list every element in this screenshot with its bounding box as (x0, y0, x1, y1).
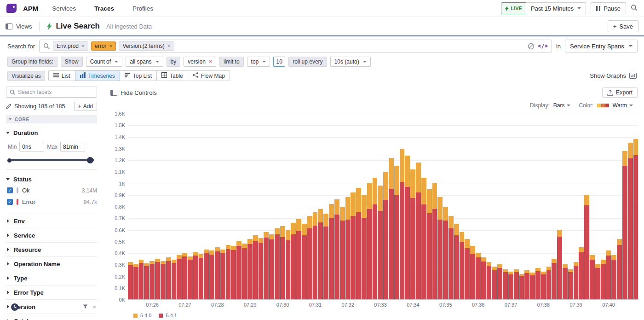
bar-54 (421, 114, 426, 299)
show-graphs-toggle[interactable]: Show Graphs (590, 72, 637, 79)
display-select[interactable]: Bars (553, 102, 571, 109)
span-scope-select[interactable]: Service Entry Spans (565, 40, 638, 52)
status-item-label: Error (22, 198, 35, 205)
duration-max-input[interactable] (60, 142, 85, 151)
bar-segment-5-4-1 (367, 209, 372, 299)
datadog-logo-icon[interactable] (6, 4, 17, 13)
visualize-option-flow-map[interactable]: Flow Map (188, 70, 230, 81)
checkbox-ok[interactable]: ✓ (7, 187, 13, 193)
slider-handle-max[interactable] (87, 157, 93, 163)
bar-segment-5-4-0 (481, 257, 486, 262)
duration-range-slider[interactable] (8, 157, 95, 163)
add-facet-button[interactable]: + Add (74, 102, 97, 111)
nav-item-services[interactable]: Services (52, 5, 76, 12)
visualize-option-timeseries[interactable]: Timeseries (75, 70, 120, 81)
facet-error-type[interactable]: Error Type (6, 285, 97, 300)
facet-search-input[interactable] (18, 89, 93, 95)
top-bottom-select[interactable]: top (247, 57, 270, 67)
live-badge[interactable]: LIVE (501, 2, 526, 14)
hide-controls-button[interactable]: Hide Controls (110, 89, 157, 96)
chip-remove-icon[interactable]: × (167, 43, 171, 49)
bar-segment-5-4-1 (601, 264, 606, 299)
time-range-select[interactable]: Past 15 Minutes (526, 2, 586, 14)
limit-count-input[interactable] (273, 57, 285, 67)
duration-min-input[interactable] (19, 142, 44, 151)
remove-facet-filter-icon[interactable]: × (92, 303, 96, 310)
bar-segment-5-4-0 (487, 262, 492, 266)
slider-handle-min[interactable] (7, 158, 12, 163)
nav-item-profiles[interactable]: Profiles (132, 5, 153, 12)
search-chip-version-2-terms-[interactable]: Version:(2 terms)× (119, 41, 174, 51)
bar-71 (514, 114, 519, 299)
bar-segment-5-4-0 (595, 264, 600, 268)
group-row: Group into fields: Show Count of all spa… (7, 57, 638, 67)
views-link[interactable]: Views (16, 23, 32, 30)
bar-segment-5-4-0 (470, 246, 475, 254)
plot-area[interactable] (128, 114, 638, 300)
facet-service[interactable]: Service (6, 228, 97, 243)
group-by-chip[interactable]: version × (184, 57, 216, 67)
color-select[interactable]: Warm (597, 102, 633, 109)
facet-version[interactable]: Version× (6, 300, 97, 314)
bar-segment-5-4-1 (139, 263, 144, 299)
bar-48 (389, 114, 394, 299)
facet-env[interactable]: Env (6, 214, 97, 228)
save-button[interactable]: + Save (608, 20, 638, 32)
checkbox-error[interactable]: ✓ (7, 199, 13, 205)
bar-77 (546, 114, 552, 299)
export-button[interactable]: Export (602, 87, 638, 98)
clear-query-icon[interactable] (528, 43, 535, 50)
facet-type[interactable]: Type (6, 271, 97, 285)
duration-facet-header[interactable]: Duration (6, 128, 97, 138)
search-chip-env-prod[interactable]: Env:prod× (53, 41, 88, 51)
bar-43 (362, 114, 367, 299)
visualize-option-table[interactable]: Table (156, 70, 188, 81)
bar-segment-5-4-1 (313, 226, 318, 299)
facet-catalog-app[interactable]: Catalog_app (6, 314, 97, 320)
visualize-option-top-list[interactable]: Top List (120, 70, 157, 81)
views-panel-icon[interactable] (6, 23, 12, 29)
legend-item-5-4-0[interactable]: 5.4.0 (133, 313, 151, 318)
search-chip-error[interactable]: error× (91, 41, 116, 51)
span-kind-select[interactable]: all spans (126, 57, 163, 67)
core-section-header[interactable]: CORE (6, 115, 97, 123)
filter-funnel-icon[interactable] (83, 303, 88, 310)
visualize-option-label: List (62, 73, 70, 79)
chip-remove-icon[interactable]: × (81, 43, 85, 49)
code-mode-icon[interactable]: </> (538, 43, 548, 49)
nav-item-traces[interactable]: Traces (94, 5, 114, 12)
facet-resource[interactable]: Resource (6, 243, 97, 257)
bar-76 (541, 114, 546, 299)
facet-operation-name[interactable]: Operation Name (6, 257, 97, 271)
color-value: Warm (612, 102, 627, 109)
chip-remove-icon[interactable]: × (109, 43, 112, 49)
bar-93 (633, 114, 638, 299)
legend-item-5-4-1[interactable]: 5.4.1 (159, 313, 177, 318)
save-label: Save (619, 23, 633, 30)
bar-segment-5-4-1 (193, 256, 198, 299)
bar-segment-5-4-1 (432, 209, 437, 299)
search-query-input[interactable]: Env:prod×error×Version:(2 terms)× </> (39, 40, 552, 52)
bar-16 (215, 114, 220, 299)
measure-select[interactable]: Count of (86, 57, 122, 67)
bar-31 (296, 114, 301, 299)
pause-button[interactable]: Pause (591, 2, 626, 14)
bar-segment-5-4-1 (226, 249, 231, 299)
hide-controls-label: Hide Controls (121, 89, 157, 96)
bar-0 (128, 114, 133, 299)
span-kind-value: all spans (130, 58, 151, 65)
global-search-icon[interactable] (631, 4, 638, 12)
bar-92 (628, 114, 633, 299)
bar-segment-5-4-0 (410, 169, 415, 198)
bar-segment-5-4-0 (421, 178, 426, 204)
edit-facets-icon[interactable] (6, 104, 12, 109)
bar-segment-5-4-1 (530, 275, 535, 299)
rollup-select[interactable]: 10s (auto) (330, 57, 371, 67)
remove-group-by-icon[interactable]: × (209, 59, 212, 64)
bar-segment-5-4-0 (334, 199, 339, 214)
bar-35 (318, 114, 323, 299)
bar-21 (242, 114, 247, 299)
visualize-option-list[interactable]: List (48, 70, 75, 81)
bar-89 (611, 114, 616, 299)
status-facet-header[interactable]: Status (6, 174, 97, 185)
